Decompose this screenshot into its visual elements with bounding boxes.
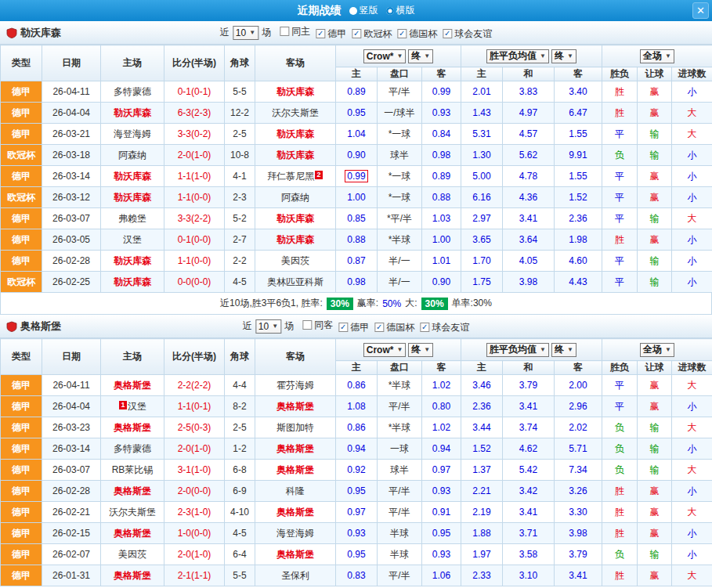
handicap-result-value: 赢 (638, 103, 672, 124)
checkbox-checked-icon[interactable]: ✓ (443, 29, 452, 38)
col-header-score: 比分(半场) (164, 45, 225, 81)
league-type: 德甲 (1, 208, 42, 229)
away-team: 圣保利 (255, 565, 336, 586)
checkbox-checked-icon[interactable]: ✓ (420, 323, 429, 332)
avg-away-odds: 2.00 (555, 375, 602, 396)
match-score: 2-1(1-1) (164, 565, 225, 586)
match-date: 26-03-23 (42, 417, 101, 438)
team-name: 奥格斯堡 (276, 401, 314, 412)
close-button[interactable]: ✕ (692, 2, 709, 19)
radio-label: 竖版 (360, 4, 378, 17)
avg-source-select[interactable]: 胜平负均值▼ (486, 343, 549, 357)
handicap-line: *半球 (378, 417, 422, 438)
handicap-result-value: 输 (638, 145, 672, 166)
filter-checkbox[interactable]: ✓德甲 (338, 321, 369, 334)
odds-period-select[interactable]: 终▼ (408, 49, 433, 63)
avg-draw-odds: 3.42 (503, 481, 555, 502)
col-header-corner: 角球 (225, 45, 255, 81)
radio-selected-icon (386, 7, 394, 15)
match-date: 26-02-28 (42, 481, 101, 502)
checkbox-checked-icon[interactable]: ✓ (374, 323, 384, 332)
team-name: 勒沃库森 (114, 107, 151, 118)
checkbox-checked-icon[interactable]: ✓ (352, 29, 361, 38)
recent-count-select[interactable]: 10 ▼ (255, 319, 281, 334)
filter-checkbox[interactable]: ✓球会友谊 (443, 27, 492, 41)
recent-count-select[interactable]: 10 ▼ (233, 26, 258, 40)
avg-period-select[interactable]: 终▼ (551, 343, 576, 357)
matches-table: 类型 日期 主场 比分(半场) 角球 客场 Crow*▼ 终▼ 胜平负均值▼ 终… (0, 338, 712, 586)
result-value: 平 (602, 375, 638, 396)
col-header-odds-away: 客 (422, 361, 461, 375)
scope-select[interactable]: 全场▼ (640, 343, 674, 357)
match-row: 欧冠杯26-02-25勒沃库森0-0(0-0)4-5奥林匹亚科斯0.98半/一0… (1, 272, 712, 293)
avg-header-group: 胜平负均值▼ 终▼ (461, 45, 602, 67)
odds-source-select[interactable]: Crow*▼ (363, 343, 407, 357)
away-odds: 0.93 (422, 103, 461, 124)
handicap-line: 球半 (378, 460, 422, 481)
match-date: 26-02-28 (42, 251, 101, 272)
result-value: 胜 (602, 565, 638, 586)
filter-checkbox[interactable]: ✓欧冠杯 (352, 27, 392, 41)
match-date: 26-02-07 (42, 544, 101, 565)
home-team: 弗赖堡 (101, 208, 164, 229)
goals-result-value: 大 (672, 565, 712, 586)
layout-radio-vertical[interactable]: 竖版 (349, 4, 378, 17)
odds-period-select[interactable]: 终▼ (408, 343, 433, 357)
checkbox-checked-icon[interactable]: ✓ (338, 323, 348, 332)
chevron-down-icon: ▼ (665, 346, 671, 353)
handicap-line: 半球 (378, 523, 422, 544)
col-header-handicap-result: 让球 (638, 67, 672, 81)
layout-radio-horizontal[interactable]: 横版 (386, 4, 415, 17)
league-type: 德甲 (1, 81, 42, 103)
avg-draw-odds: 4.36 (503, 187, 555, 208)
odds-source-select[interactable]: Crow*▼ (363, 49, 407, 63)
filter-checkbox[interactable]: ✓球会友谊 (420, 321, 469, 334)
scope-select[interactable]: 全场▼ (640, 49, 674, 63)
checkbox-checked-icon[interactable]: ✓ (316, 29, 325, 38)
col-header-result: 胜负 (602, 67, 638, 81)
team-name: 勒沃库森 (114, 171, 151, 182)
filter-checkbox[interactable]: 同客 (302, 319, 333, 332)
section-team-name: 勒沃库森 (20, 26, 61, 40)
goals-result-value: 大 (672, 208, 712, 229)
select-value: 全场 (643, 49, 662, 63)
filter-checkbox[interactable]: ✓德国杯 (397, 27, 437, 41)
handicap-result-value: 赢 (638, 81, 672, 103)
checkbox-checked-icon[interactable]: ✓ (397, 29, 407, 38)
goals-result-value: 大 (672, 460, 712, 481)
match-score: 1-1(0-0) (164, 187, 225, 208)
team-name: 奥格斯堡 (276, 507, 314, 518)
avg-source-select[interactable]: 胜平负均值▼ (486, 49, 549, 63)
result-value: 平 (602, 124, 638, 145)
filter-checkbox[interactable]: ✓德国杯 (374, 321, 414, 334)
filter-checkbox[interactable]: 同主 (280, 25, 310, 38)
corner-count: 2-5 (225, 417, 255, 438)
col-header-type: 类型 (1, 339, 42, 375)
corner-count: 4-10 (225, 502, 255, 523)
checkbox-label: 欧冠杯 (363, 27, 392, 41)
avg-away-odds: 3.26 (555, 481, 602, 502)
match-score: 1-1(0-0) (164, 251, 225, 272)
avg-period-select[interactable]: 终▼ (551, 49, 576, 63)
checkbox-unchecked-icon[interactable] (280, 27, 289, 36)
result-value: 胜 (602, 481, 638, 502)
handicap-result-value: 输 (638, 417, 672, 438)
filter-checkbox[interactable]: ✓德甲 (316, 27, 346, 41)
match-date: 26-04-11 (42, 81, 101, 103)
away-odds: 0.93 (422, 544, 461, 565)
home-odds: 0.95 (336, 544, 378, 565)
team-crest-icon (6, 27, 17, 38)
checkbox-unchecked-icon[interactable] (302, 320, 312, 330)
col-header-away: 客场 (255, 45, 336, 81)
home-team: 海登海姆 (101, 124, 164, 145)
goals-result-value: 小 (672, 81, 712, 103)
league-type: 德甲 (1, 565, 42, 586)
home-odds: 0.98 (336, 272, 378, 293)
select-value: 终 (411, 49, 421, 63)
team-name: 奥林匹亚科斯 (267, 276, 323, 287)
result-value: 平 (602, 208, 638, 229)
avg-draw-odds: 3.10 (503, 565, 555, 586)
handicap-line: *一球 (378, 166, 422, 187)
match-score: 0-1(0-1) (164, 81, 225, 103)
corner-count: 4-5 (225, 523, 255, 544)
